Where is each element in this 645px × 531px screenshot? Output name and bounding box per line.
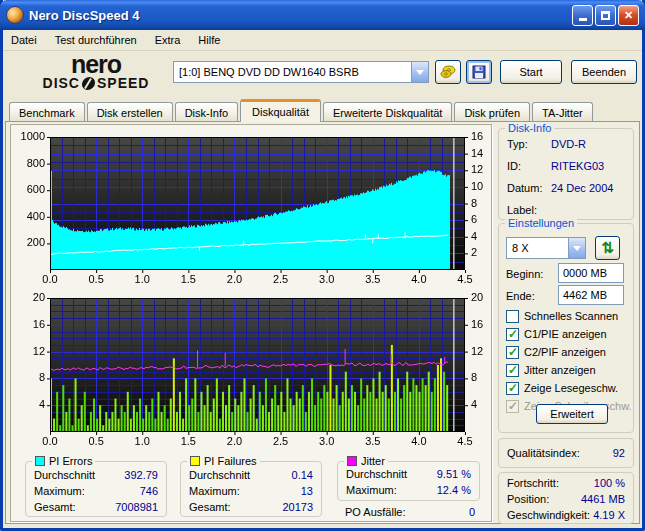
refresh-button[interactable]: ⇅ (595, 236, 620, 260)
quality-index-box: Qualitätsindex: 92 (498, 438, 634, 468)
checkbox-row-lesegeschw[interactable]: Zeige Lesegeschw. (506, 381, 618, 395)
disk-info-label: Label: (507, 204, 551, 216)
checkbox[interactable] (506, 328, 519, 341)
stat-label: Maximum: (34, 485, 85, 497)
pi-errors-legend-square (35, 456, 45, 466)
checkbox-row-schnelles-scannen[interactable]: Schnelles Scannen (506, 309, 618, 323)
quality-index-value: 92 (613, 447, 625, 459)
tab-disk-pruefen[interactable]: Disk prüfen (454, 102, 530, 122)
checkbox[interactable] (506, 382, 519, 395)
title-bar[interactable]: Nero DiscSpeed 4 ✕ (0, 0, 645, 30)
menu-datei[interactable]: Datei (11, 34, 37, 46)
maximize-button[interactable] (595, 5, 616, 26)
checkbox-row-c1-pie[interactable]: C1/PIE anzeigen (506, 327, 607, 341)
advanced-button[interactable]: Erweitert (536, 404, 608, 424)
start-button[interactable]: Start (500, 60, 562, 84)
stat-label: Gesamt: (34, 501, 76, 513)
stat-label: Maximum: (189, 485, 240, 497)
disc-icon (81, 77, 96, 90)
stat-value: 392.79 (124, 469, 158, 481)
checkbox[interactable] (506, 346, 519, 359)
quit-button[interactable]: Beenden (571, 60, 637, 84)
stat-value: 12.4 % (437, 484, 471, 496)
minimize-button[interactable] (572, 5, 593, 26)
maximize-icon (601, 11, 610, 20)
end-input[interactable] (558, 285, 624, 305)
refresh-icon: ⇅ (601, 239, 614, 257)
checkbox-row-jitter[interactable]: Jitter anzeigen (506, 363, 596, 377)
stat-value: 20173 (282, 501, 313, 513)
disk-info-label: Datum: (507, 182, 551, 194)
tab-disk-erstellen[interactable]: Disk erstellen (87, 102, 173, 122)
close-icon: ✕ (624, 9, 633, 22)
drive-select-value: [1:0] BENQ DVD DD DW1640 BSRB (174, 66, 411, 78)
speed-select[interactable]: 8 X (506, 237, 586, 259)
disk-info-label: Typ: (507, 138, 551, 150)
chevron-down-icon[interactable] (568, 238, 585, 258)
disk-info-value: RITEKG03 (551, 160, 604, 172)
po-failures-value: 0 (469, 506, 475, 518)
menu-test-durchfuehren[interactable]: Test durchführen (55, 34, 137, 46)
checkbox-label: C2/PIF anzeigen (524, 346, 606, 358)
close-button[interactable]: ✕ (618, 5, 639, 26)
po-failures-label: PO Ausfälle: (345, 506, 406, 518)
disk-info-title: Disk-Info (505, 122, 554, 134)
stat-value: 7008981 (115, 501, 158, 513)
checkbox-label: Jitter anzeigen (524, 364, 596, 376)
tab-erweiterte-diskqualitaet[interactable]: Erweiterte Diskqualität (323, 102, 452, 122)
disk-info-value: 24 Dec 2004 (551, 182, 613, 194)
drive-select[interactable]: [1:0] BENQ DVD DD DW1640 BSRB (173, 61, 429, 83)
window-title: Nero DiscSpeed 4 (29, 8, 572, 23)
settings-title: Einstellungen (505, 217, 577, 229)
minimize-icon (579, 18, 587, 21)
charts-panel: PI Errors Durchschnitt392.79 Maximum:746… (10, 124, 492, 522)
save-button[interactable] (466, 60, 492, 84)
stat-label: Durchschnitt (34, 469, 95, 481)
menu-bar: Datei Test durchführen Extra Hilfe (3, 30, 642, 51)
stat-value: 746 (140, 485, 158, 497)
checkbox[interactable] (506, 310, 519, 323)
checkbox[interactable] (506, 364, 519, 377)
position-label: Position: (507, 493, 549, 505)
menu-extra[interactable]: Extra (155, 34, 181, 46)
stat-label: Maximum: (346, 484, 397, 496)
tab-disk-info[interactable]: Disk-Info (175, 102, 238, 122)
stat-label: Durchschnitt (346, 468, 407, 480)
end-label: Ende: (506, 290, 535, 302)
progress-label: Fortschritt: (507, 477, 559, 489)
jitter-stats-box: Jitter Durchschnitt9.51 % Maximum:12.4 % (337, 461, 480, 501)
stat-value: 13 (301, 485, 313, 497)
pi-failures-title: PI Failures (204, 455, 257, 467)
position-value: 4461 MB (581, 493, 625, 505)
pi-failures-jitter-chart (11, 291, 491, 455)
app-window: Nero DiscSpeed 4 ✕ Datei Test durchführe… (0, 0, 645, 531)
tab-diskqualitaet[interactable]: Diskqualität (240, 99, 321, 122)
checkbox-row-c2-pif[interactable]: C2/PIF anzeigen (506, 345, 606, 359)
pi-failures-stats-box: PI Failures Durchschnitt0.14 Maximum:13 … (180, 461, 322, 517)
tab-benchmark[interactable]: Benchmark (9, 102, 85, 122)
logo-disc-text: DISC (43, 75, 80, 91)
begin-input[interactable] (558, 263, 624, 283)
toolbar: nero DISC SPEED [1:0] BENQ DVD DD DW1640… (3, 52, 642, 97)
pi-errors-stats-box: PI Errors Durchschnitt392.79 Maximum:746… (25, 461, 167, 517)
stat-value: 9.51 % (437, 468, 471, 480)
disk-info-value: DVD-R (551, 138, 586, 150)
jitter-legend-square (347, 456, 357, 466)
progress-value: 100 % (594, 477, 625, 489)
chevron-down-icon[interactable] (411, 62, 428, 82)
app-icon (6, 6, 24, 24)
nero-discspeed-logo: nero DISC SPEED (21, 53, 171, 91)
tab-ta-jitter[interactable]: TA-Jitter (532, 102, 593, 122)
eject-disc-icon (440, 65, 456, 79)
checkbox-label: Schnelles Scannen (524, 310, 618, 322)
pi-errors-chart (11, 125, 491, 291)
stat-label: Gesamt: (189, 501, 231, 513)
menu-hilfe[interactable]: Hilfe (198, 34, 220, 46)
disk-info-box: Disk-Info Typ:DVD-R ID:RITEKG03 Datum:24… (498, 128, 634, 220)
tab-strip: Benchmark Disk erstellen Disk-Info Diskq… (9, 99, 595, 122)
save-floppy-icon (472, 65, 486, 79)
speed-value: 4.19 X (593, 509, 625, 521)
checkbox-label: Zeige Lesegeschw. (524, 382, 618, 394)
eject-disc-button[interactable] (435, 60, 461, 84)
speed-label: Geschwindigkeit: (507, 509, 590, 521)
